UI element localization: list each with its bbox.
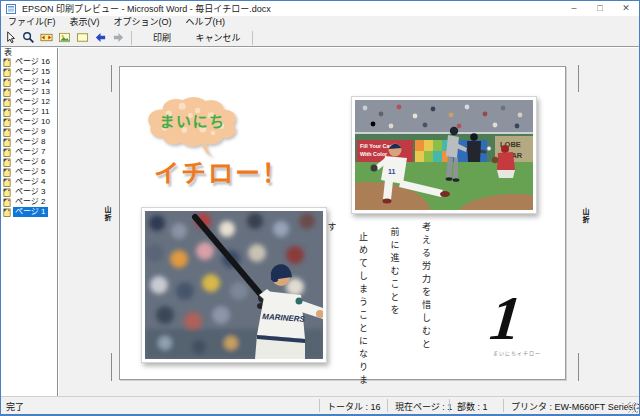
- sidebar-item-page10[interactable]: ページ 10: [1, 117, 57, 127]
- toolbar-separator: [252, 31, 253, 45]
- status-separator: [387, 399, 388, 412]
- page-thumb-icon: [3, 58, 11, 67]
- baseball: [487, 147, 491, 151]
- trim-mark: [111, 353, 112, 381]
- sidebar-item-page8[interactable]: ページ 8: [1, 137, 57, 147]
- toolbar: 印刷 キャンセル: [1, 29, 639, 47]
- fold-mark-right: 山折: [580, 208, 590, 224]
- sidebar-item-page1-selected[interactable]: ページ 1: [1, 207, 57, 217]
- day-number-calligraphy: 1: [488, 285, 540, 347]
- sidebar-item-page12[interactable]: ページ 12: [1, 97, 57, 107]
- arrow-right-icon: [112, 31, 125, 44]
- fit-width-icon: [40, 31, 53, 44]
- sidebar-item-page15[interactable]: ページ 15: [1, 67, 57, 77]
- next-page-button[interactable]: [110, 30, 126, 46]
- page-thumb-icon: [3, 98, 11, 107]
- title-bar: EPSON 印刷プレビュー - Microsoft Word - 毎日イチロー.…: [1, 1, 639, 16]
- arrow-left-icon: [94, 31, 107, 44]
- sidebar-item-page6[interactable]: ページ 6: [1, 157, 57, 167]
- page-thumb-icon: [3, 128, 11, 137]
- status-separator: [503, 399, 504, 412]
- app-icon: [6, 4, 16, 14]
- page-thumb-icon: [3, 208, 11, 217]
- poem-line-3: 止めてしまうことになります: [315, 222, 378, 390]
- sidebar-item-page4[interactable]: ページ 4: [1, 177, 57, 187]
- page-thumb-icon: [3, 148, 11, 157]
- sidebar-item-page13[interactable]: ページ 13: [1, 87, 57, 97]
- status-state: 完了: [6, 400, 24, 413]
- menu-help[interactable]: ヘルプ(H): [179, 16, 233, 29]
- page-thumb-icon: [3, 68, 11, 77]
- status-current-page: 現在ページ : 1: [395, 400, 452, 413]
- window-controls: – □ ✕: [561, 1, 639, 16]
- page-thumb-icon: [3, 118, 11, 127]
- status-separator: [319, 399, 320, 412]
- toolbar-separator: [131, 31, 132, 45]
- menu-bar: ファイル(F) 表示(V) オプション(O) ヘルプ(H): [1, 16, 639, 29]
- page-thumb-icon: [3, 158, 11, 167]
- ad-banner-line2: With Color: [360, 151, 388, 157]
- svg-text:1: 1: [488, 285, 525, 347]
- poem-line-1: 考える労力を惜しむと: [410, 222, 442, 390]
- trim-mark: [111, 65, 112, 92]
- window-title: EPSON 印刷プレビュー - Microsoft Word - 毎日イチロー.…: [22, 2, 271, 15]
- trim-mark: [578, 353, 579, 381]
- picture-icon: [58, 31, 71, 44]
- sidebar-item-page5[interactable]: ページ 5: [1, 167, 57, 177]
- close-button[interactable]: ✕: [613, 1, 639, 16]
- page-view-button[interactable]: [74, 30, 90, 46]
- poem-line-2: 前に進むことを: [378, 222, 410, 390]
- select-tool-button[interactable]: [2, 30, 18, 46]
- minimize-button[interactable]: –: [561, 1, 587, 16]
- page-thumb-icon: [3, 138, 11, 147]
- pitcher-jersey-number: 11: [388, 168, 396, 175]
- status-total-pages: トータル : 16: [327, 400, 381, 413]
- trim-mark: [578, 65, 579, 92]
- preview-area[interactable]: 山折 山折: [59, 48, 639, 396]
- status-separator: [449, 399, 450, 412]
- vertical-poem: 考える労力を惜しむと 前に進むことを 止めてしまうことになります: [315, 222, 441, 390]
- page-thumb-icon: [3, 78, 11, 87]
- page-thumb-icon: [3, 168, 11, 177]
- sidebar-item-page2[interactable]: ページ 2: [1, 197, 57, 207]
- fit-page-button[interactable]: [38, 30, 54, 46]
- fold-mark-left: 山折: [102, 206, 112, 222]
- page-thumb-icon: [3, 188, 11, 197]
- resize-grip[interactable]: [627, 402, 638, 413]
- tree-root-label: 表: [1, 48, 57, 57]
- day-caption: まいにちイチロー: [472, 349, 562, 356]
- status-bar: 完了 トータル : 16 現在ページ : 1 部数 : 1 プリンタ : EW-…: [1, 396, 639, 414]
- page-thumb-icon: [3, 178, 11, 187]
- cancel-button[interactable]: キャンセル: [188, 30, 248, 46]
- zoom-tool-button[interactable]: [20, 30, 36, 46]
- sidebar-item-page11[interactable]: ページ 11: [1, 107, 57, 117]
- image-view-button[interactable]: [56, 30, 72, 46]
- sidebar-item-page3[interactable]: ページ 3: [1, 187, 57, 197]
- app-window: EPSON 印刷プレビュー - Microsoft Word - 毎日イチロー.…: [0, 0, 640, 416]
- menu-file[interactable]: ファイル(F): [1, 16, 63, 29]
- previous-page-button[interactable]: [92, 30, 108, 46]
- menu-view[interactable]: 表示(V): [63, 16, 107, 29]
- page-thumb-icon: [3, 198, 11, 207]
- magnifier-icon: [22, 31, 35, 44]
- menu-options[interactable]: オプション(O): [107, 16, 179, 29]
- sidebar-item-page14[interactable]: ページ 14: [1, 77, 57, 87]
- photo-baseball-game: Fill Your Cart With Color LOBE PAR: [351, 96, 537, 214]
- ad-banner-line1: Fill Your Cart: [360, 143, 394, 149]
- headline-text: イチロー！: [154, 153, 289, 189]
- sidebar-item-page16[interactable]: ページ 16: [1, 57, 57, 67]
- body-area: 表 ページ 16 ページ 15 ページ 14 ページ 13 ページ 12 ページ…: [1, 48, 639, 396]
- status-copies: 部数 : 1: [457, 400, 488, 413]
- cursor-icon: [4, 31, 17, 44]
- page-tree: 表 ページ 16 ページ 15 ページ 14 ページ 13 ページ 12 ページ…: [1, 48, 58, 396]
- status-printer: プリンタ : EW-M660FT Series(ネットワーク): [511, 400, 639, 413]
- bubble-text: まいにち: [160, 113, 226, 130]
- page-thumb-icon: [3, 88, 11, 97]
- sidebar-item-page7[interactable]: ページ 7: [1, 147, 57, 157]
- maximize-button[interactable]: □: [587, 1, 613, 16]
- page-thumb-icon: [3, 108, 11, 117]
- sidebar-item-page9[interactable]: ページ 9: [1, 127, 57, 137]
- print-button[interactable]: 印刷: [136, 30, 188, 46]
- photo-ichiro-batting: MARINERS: [141, 207, 327, 363]
- page-icon: [76, 31, 89, 44]
